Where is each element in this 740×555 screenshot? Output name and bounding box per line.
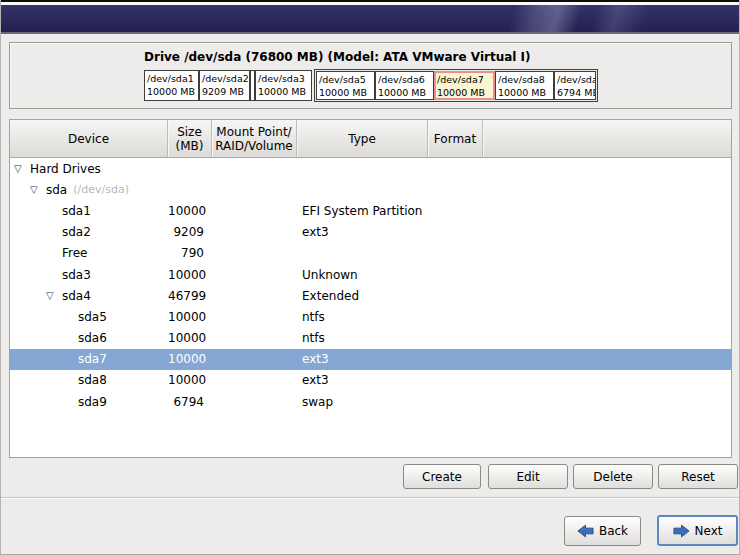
tree-row-sda7-selected[interactable]: sda7 10000 ext3	[10, 349, 731, 370]
next-button[interactable]: Next	[657, 515, 738, 546]
column-header-filler	[483, 120, 731, 157]
column-header-mount-point[interactable]: Mount Point/RAID/Volume	[212, 120, 297, 157]
tree-row-sda3[interactable]: sda3 10000 Unknown	[10, 264, 731, 285]
drive-summary-panel: Drive /dev/sda (76800 MB) (Model: ATA VM…	[9, 42, 732, 109]
partition-segment-sda6[interactable]: /dev/sda6 10000 MB	[375, 71, 434, 100]
partition-segment-sda7-selected[interactable]: /dev/sda7 10000 MB	[434, 71, 495, 100]
installer-banner	[1, 5, 739, 32]
tree-row-sda8[interactable]: sda8 10000 ext3	[10, 370, 731, 391]
tree-row-hard-drives[interactable]: ▽Hard Drives	[10, 158, 731, 179]
partition-table: Device Size(MB) Mount Point/RAID/Volume …	[9, 119, 732, 458]
footer-divider	[1, 497, 740, 499]
tree-row-sda9[interactable]: sda9 6794 swap	[10, 391, 731, 412]
back-arrow-icon	[577, 524, 594, 538]
tree-row-sda5[interactable]: sda5 10000 ntfs	[10, 306, 731, 327]
tree-row-sda[interactable]: ▽sda(/dev/sda)	[10, 179, 731, 200]
column-header-format[interactable]: Format	[428, 120, 483, 157]
tree-row-sda4[interactable]: ▽sda4 46799 Extended	[10, 285, 731, 306]
drive-title: Drive /dev/sda (76800 MB) (Model: ATA VM…	[144, 50, 531, 64]
column-header-device[interactable]: Device	[10, 120, 168, 157]
tree-row-sda6[interactable]: sda6 10000 ntfs	[10, 328, 731, 349]
partition-segment-sda5[interactable]: /dev/sda5 10000 MB	[316, 71, 375, 100]
reset-button[interactable]: Reset	[658, 464, 738, 489]
create-button[interactable]: Create	[403, 464, 481, 489]
device-path-annotation: (/dev/sda)	[73, 183, 129, 196]
partition-segment-sda2[interactable]: /dev/sda2 9209 MB	[199, 70, 250, 101]
extended-partition-group: /dev/sda5 10000 MB /dev/sda6 10000 MB /d…	[314, 69, 598, 102]
tree-row-sda1[interactable]: sda1 10000 EFI System Partition	[10, 200, 731, 221]
partition-segment-sda1[interactable]: /dev/sda1 10000 MB	[144, 70, 199, 101]
next-arrow-icon	[673, 524, 690, 538]
partition-segment-sda3[interactable]: /dev/sda3 10000 MB	[255, 70, 312, 101]
partition-bar: /dev/sda1 10000 MB /dev/sda2 9209 MB /de…	[144, 69, 598, 102]
delete-button[interactable]: Delete	[573, 464, 653, 489]
expander-icon[interactable]: ▽	[14, 164, 30, 174]
installer-window: Drive /dev/sda (76800 MB) (Model: ATA VM…	[0, 0, 740, 555]
edit-button[interactable]: Edit	[488, 464, 568, 489]
partition-segment-sda9[interactable]: /dev/sda9 6794 MB	[554, 71, 596, 100]
back-button[interactable]: Back	[564, 516, 641, 546]
banner-underline	[1, 32, 739, 34]
tree-row-sda2[interactable]: sda2 9209 ext3	[10, 222, 731, 243]
table-header-row: Device Size(MB) Mount Point/RAID/Volume …	[10, 120, 731, 158]
column-header-size[interactable]: Size(MB)	[168, 120, 212, 157]
expander-icon[interactable]: ▽	[30, 185, 46, 195]
partition-segment-sda8[interactable]: /dev/sda8 10000 MB	[495, 71, 554, 100]
column-header-type[interactable]: Type	[297, 120, 428, 157]
expander-icon[interactable]: ▽	[46, 291, 62, 301]
tree-row-free[interactable]: Free 790	[10, 243, 731, 264]
device-tree: ▽Hard Drives ▽sda(/dev/sda) sda1 10000 E…	[10, 158, 731, 412]
